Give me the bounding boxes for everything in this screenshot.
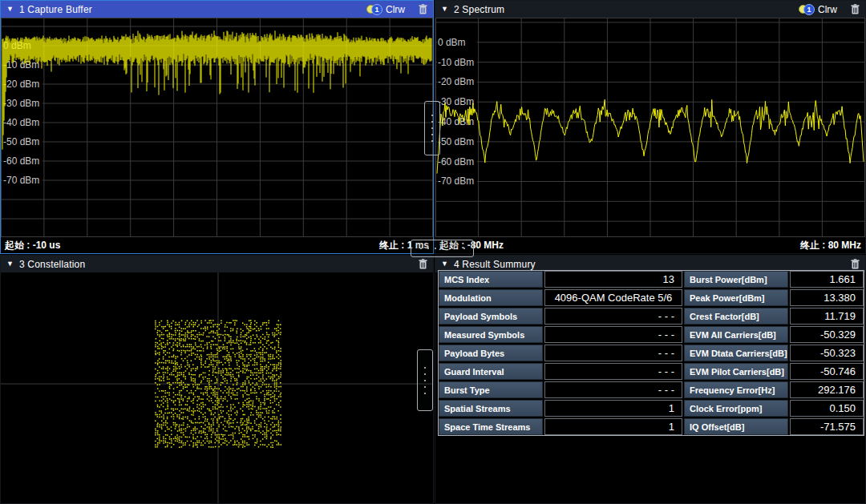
result-value-cell: 13.380 — [790, 289, 864, 306]
constellation-plot[interactable] — [1, 272, 433, 503]
result-label-cell: EVM Pilot Carriers[dB] — [684, 363, 788, 380]
y-axis-tick-label: 0 dBm — [438, 37, 466, 48]
result-label-cell: Modulation — [439, 289, 543, 306]
delete-window-icon[interactable] — [419, 4, 427, 14]
window-title: 2 Spectrum — [454, 4, 504, 15]
spectrum-plot[interactable]: 0 dBm-10 dBm-20 dBm-30 dBm-40 dBm-50 dBm… — [435, 18, 865, 237]
spectrum-window: ▼ 2 Spectrum 1 Clrw 0 dBm-10 dBm-20 dBm-… — [435, 0, 866, 254]
result-value-cell: - - - — [544, 308, 682, 325]
y-axis-tick-label: -50 dBm — [3, 136, 39, 147]
result-label-cell: Payload Symbols — [439, 308, 543, 325]
trace-number-icon: 1 — [803, 4, 815, 15]
result-value-cell: 0.150 — [790, 400, 864, 417]
delete-window-icon[interactable] — [419, 259, 427, 269]
x-axis-start-label: 起始 : -10 us — [5, 239, 60, 252]
result-label-cell: Burst Type — [439, 381, 543, 398]
y-axis-tick-label: -50 dBm — [438, 136, 474, 147]
y-axis-tick-label: -20 dBm — [3, 79, 39, 90]
window-menu-icon[interactable]: ▼ — [441, 260, 448, 268]
y-axis-tick-label: -30 dBm — [438, 96, 474, 107]
y-axis-tick-label: -60 dBm — [3, 155, 39, 167]
trace-mode-label: Clrw — [386, 4, 405, 15]
y-axis-tick-label: -70 dBm — [438, 175, 474, 187]
result-label-cell: IQ Offset[dB] — [684, 418, 788, 435]
vertical-splitter-handle[interactable] — [417, 349, 433, 411]
result-label-cell: EVM Dtata Carriers[dB] — [684, 345, 788, 361]
spectrum-axis-footer: 起始 : -80 MHz 终止 : 80 MHz — [435, 237, 865, 253]
result-label-cell: Measured Symbols — [439, 326, 543, 343]
window-menu-icon[interactable]: ▼ — [6, 260, 14, 268]
result-row: MCS Index13Burst Power[dBm]1.661 — [439, 271, 864, 288]
result-value-cell: -50.746 — [790, 363, 864, 380]
result-row: Payload Bytes- - -EVM Dtata Carriers[dB]… — [439, 345, 864, 361]
result-label-cell: Frequency Error[Hz] — [684, 381, 788, 398]
result-label-cell: MCS Index — [439, 271, 543, 288]
result-value-cell: 1 — [544, 400, 682, 417]
result-row: Spatial Streams1Clock Error[ppm]0.150 — [439, 400, 864, 417]
result-row: Burst Type- - -Frequency Error[Hz]292.17… — [439, 381, 864, 398]
result-label-cell: Payload Bytes — [439, 345, 543, 361]
y-axis-tick-label: -20 dBm — [438, 76, 474, 87]
window-title: 4 Result Summury — [454, 259, 536, 270]
result-value-cell: 13 — [544, 271, 682, 288]
delete-window-icon[interactable] — [851, 259, 860, 269]
y-axis-tick-label: -70 dBm — [3, 175, 39, 186]
result-row: Payload Symbols- - -Crest Factor[dB]11.7… — [439, 308, 864, 325]
y-axis-tick-label: -30 dBm — [3, 98, 39, 109]
capture-buffer-plot[interactable]: 0 dBm-10 dBm-20 dBm-30 dBm-40 dBm-50 dBm… — [1, 18, 433, 237]
result-label-cell: Burst Power[dBm] — [684, 271, 788, 288]
result-value-cell: - - - — [544, 363, 682, 380]
result-value-cell: 1 — [544, 418, 682, 435]
horizontal-splitter-handle[interactable] — [411, 240, 474, 257]
spectrum-titlebar[interactable]: ▼ 2 Spectrum 1 Clrw — [435, 1, 865, 18]
delete-window-icon[interactable] — [851, 4, 860, 14]
result-label-cell: Guard Interval — [439, 363, 543, 380]
vertical-splitter-handle[interactable] — [424, 101, 440, 155]
result-value-cell: 292.176 — [790, 381, 864, 398]
capture-buffer-window: ▼ 1 Capture Buffer 1 Clrw 0 dBm-10 dBm-2… — [0, 0, 434, 254]
window-title: 1 Capture Buffer — [19, 4, 92, 15]
result-label-cell: Space Time Streams — [439, 418, 543, 435]
y-axis-tick-label: -60 dBm — [438, 156, 474, 167]
trace-indicator[interactable]: 1 Clrw — [366, 4, 405, 15]
result-row: Modulation4096-QAM CodeRate 5/6Peak Powe… — [439, 289, 864, 306]
result-value-cell: 11.719 — [790, 308, 864, 325]
result-value-cell: -71.575 — [790, 418, 864, 435]
result-value-cell: - - - — [544, 345, 682, 361]
constellation-titlebar[interactable]: ▼ 3 Constellation — [1, 256, 433, 272]
result-row: Space Time Streams1IQ Offset[dB]-71.575 — [439, 418, 864, 435]
capture-buffer-axis-footer: 起始 : -10 us 终止 : 1 ms — [1, 237, 433, 253]
trace-mode-label: Clrw — [818, 4, 837, 15]
result-table: MCS Index13Burst Power[dBm]1.661Modulati… — [438, 270, 864, 436]
result-value-cell: -50.323 — [790, 345, 864, 361]
result-value-cell: 4096-QAM CodeRate 5/6 — [544, 289, 682, 306]
result-label-cell: Peak Power[dBm] — [684, 289, 788, 306]
result-row: Measured Symbols- - -EVM All Carriers[dB… — [439, 326, 864, 343]
result-label-cell: Crest Factor[dB] — [684, 308, 788, 325]
window-title: 3 Constellation — [19, 259, 85, 270]
constellation-window: ▼ 3 Constellation — [0, 255, 434, 504]
result-value-cell: -50.329 — [790, 326, 864, 343]
y-axis-tick-label: -40 dBm — [3, 117, 39, 128]
result-label-cell: Clock Error[ppm] — [684, 400, 788, 417]
window-menu-icon[interactable]: ▼ — [6, 6, 14, 13]
capture-buffer-titlebar[interactable]: ▼ 1 Capture Buffer 1 Clrw — [1, 1, 433, 18]
x-axis-stop-label: 终止 : 80 MHz — [800, 239, 861, 252]
result-row: Guard Interval- - -EVM Pilot Carriers[dB… — [439, 363, 864, 380]
result-value-cell: 1.661 — [790, 271, 864, 288]
window-menu-icon[interactable]: ▼ — [441, 6, 448, 13]
result-label-cell: EVM All Carriers[dB] — [684, 326, 788, 343]
trace-indicator[interactable]: 1 Clrw — [799, 4, 837, 15]
trace-number-icon: 1 — [371, 4, 382, 15]
y-axis-tick-label: -10 dBm — [438, 57, 474, 68]
result-summary-window: ▼ 4 Result Summury MCS Index13Burst Powe… — [435, 255, 866, 504]
y-axis-tick-label: -10 dBm — [3, 59, 39, 71]
result-label-cell: Spatial Streams — [439, 400, 543, 417]
result-value-cell: - - - — [544, 381, 682, 398]
result-value-cell: - - - — [544, 326, 682, 343]
